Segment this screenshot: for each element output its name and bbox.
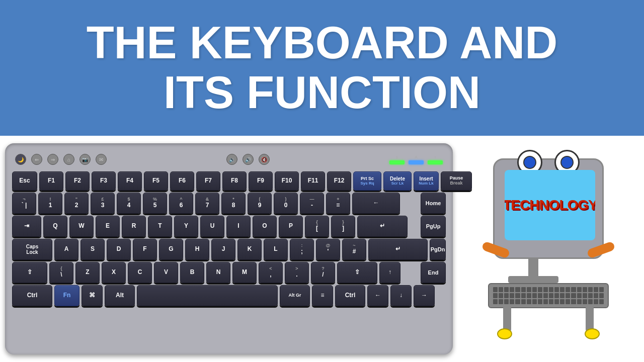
key-3[interactable]: £3 <box>91 193 115 214</box>
key-x[interactable]: X <box>102 262 126 283</box>
home-btn[interactable]: ⌂ <box>63 154 74 165</box>
key-e[interactable]: E <box>96 216 120 237</box>
key-lbracket[interactable]: {[ <box>305 216 329 237</box>
keyboard-art <box>488 283 609 308</box>
key-l[interactable]: L <box>264 239 288 260</box>
key-f5[interactable]: F5 <box>144 171 168 191</box>
back-btn[interactable]: ⇐ <box>31 154 42 165</box>
key-win[interactable]: ⌘ <box>82 285 103 306</box>
key-u[interactable]: U <box>200 216 224 237</box>
key-v[interactable]: V <box>154 262 178 283</box>
key-o[interactable]: O <box>253 216 277 237</box>
key-hash[interactable]: ~# <box>342 239 366 260</box>
key-minus[interactable]: —- <box>300 193 324 214</box>
mail-btn[interactable]: ✉ <box>96 154 107 165</box>
key-comma[interactable]: <, <box>259 262 283 283</box>
key-g[interactable]: G <box>159 239 183 260</box>
power-btn[interactable]: 🌙 <box>15 154 26 165</box>
key-right[interactable]: → <box>414 285 435 306</box>
key-f2[interactable]: F2 <box>65 171 90 191</box>
key-pgdn[interactable]: PgDn <box>430 239 446 260</box>
key-shift-left[interactable]: ⇧ <box>12 262 47 283</box>
key-z[interactable]: Z <box>75 262 100 283</box>
key-enter-ext[interactable]: ↵ <box>368 239 428 260</box>
key-ctrl-right[interactable]: Ctrl <box>335 285 365 306</box>
key-quote[interactable]: @' <box>316 239 340 260</box>
key-2[interactable]: "2 <box>64 193 89 214</box>
key-k[interactable]: K <box>237 239 262 260</box>
leg-right <box>586 306 594 331</box>
key-backtick[interactable]: ¬` | <box>12 193 36 214</box>
key-a[interactable]: A <box>54 239 78 260</box>
key-0[interactable]: )0 <box>274 193 298 214</box>
key-capslock[interactable]: CapsLock <box>12 239 52 260</box>
key-p[interactable]: P <box>279 216 303 237</box>
key-7[interactable]: &7 <box>195 193 219 214</box>
key-t[interactable]: T <box>148 216 172 237</box>
key-f8[interactable]: F8 <box>222 171 247 191</box>
key-menu[interactable]: ≡ <box>312 285 333 306</box>
key-enter[interactable]: ↵ <box>357 216 408 237</box>
key-fn[interactable]: Fn <box>54 285 79 306</box>
key-backspace[interactable]: ← <box>352 193 400 214</box>
key-f1[interactable]: F1 <box>39 171 63 191</box>
key-m[interactable]: M <box>232 262 257 283</box>
key-down[interactable]: ↓ <box>390 285 412 306</box>
key-esc[interactable]: Esc <box>12 171 37 191</box>
key-left[interactable]: ← <box>367 285 388 306</box>
key-y[interactable]: Y <box>174 216 198 237</box>
key-r[interactable]: R <box>122 216 146 237</box>
key-w[interactable]: W <box>69 216 94 237</box>
key-slash[interactable]: ?/ <box>311 262 335 283</box>
key-altgr[interactable]: Alt Gr <box>280 285 310 306</box>
key-q[interactable]: Q <box>43 216 67 237</box>
key-9[interactable]: (9 <box>248 193 272 214</box>
key-f12[interactable]: F12 <box>327 171 351 191</box>
key-f7[interactable]: F7 <box>196 171 220 191</box>
key-insert[interactable]: Insert Num Lk <box>414 171 439 191</box>
key-i[interactable]: I <box>226 216 251 237</box>
key-equals[interactable]: += <box>326 193 350 214</box>
key-shift-right[interactable]: ⇧ <box>337 262 377 283</box>
key-up[interactable]: ↑ <box>379 262 400 283</box>
key-home[interactable]: Home <box>421 193 446 214</box>
key-4[interactable]: $4 <box>117 193 141 214</box>
key-delete[interactable]: Delete Scr Lk <box>383 171 412 191</box>
vol-down-btn[interactable]: 🔉 <box>226 154 237 165</box>
key-f10[interactable]: F10 <box>275 171 299 191</box>
key-6[interactable]: ^6 <box>169 193 193 214</box>
key-tab[interactable]: ⇥ <box>12 216 41 237</box>
key-f3[interactable]: F3 <box>92 171 116 191</box>
key-s[interactable]: S <box>80 239 105 260</box>
key-period[interactable]: >. <box>285 262 309 283</box>
key-h[interactable]: H <box>185 239 209 260</box>
key-backslash[interactable]: {\ <box>49 262 73 283</box>
key-semicolon[interactable]: :; <box>290 239 314 260</box>
forward-btn[interactable]: ⇒ <box>47 154 58 165</box>
key-prtsc[interactable]: Prt Sc Sys Rq <box>353 171 381 191</box>
leg-left <box>503 306 511 331</box>
key-f11[interactable]: F11 <box>301 171 325 191</box>
key-f9[interactable]: F9 <box>249 171 273 191</box>
key-8[interactable]: *8 <box>221 193 246 214</box>
key-b[interactable]: B <box>180 262 204 283</box>
key-f6[interactable]: F6 <box>170 171 194 191</box>
key-f4[interactable]: F4 <box>118 171 142 191</box>
key-rbracket[interactable]: }] <box>331 216 355 237</box>
key-pgup[interactable]: PgUp <box>421 216 446 237</box>
vol-up-btn[interactable]: 🔊 <box>243 154 254 165</box>
key-ctrl-left[interactable]: Ctrl <box>12 285 52 306</box>
mute-btn[interactable]: 🔇 <box>259 154 270 165</box>
camera-btn[interactable]: 📷 <box>79 154 91 165</box>
key-pause[interactable]: Pause Break <box>441 171 472 191</box>
key-c[interactable]: C <box>128 262 152 283</box>
key-end[interactable]: End <box>421 262 446 283</box>
key-j[interactable]: J <box>211 239 235 260</box>
key-5[interactable]: %5 <box>143 193 167 214</box>
key-space[interactable] <box>137 285 278 306</box>
key-alt[interactable]: Alt <box>105 285 135 306</box>
key-f[interactable]: F <box>133 239 157 260</box>
key-1[interactable]: !1 <box>38 193 62 214</box>
key-n[interactable]: N <box>206 262 230 283</box>
key-d[interactable]: D <box>107 239 131 260</box>
